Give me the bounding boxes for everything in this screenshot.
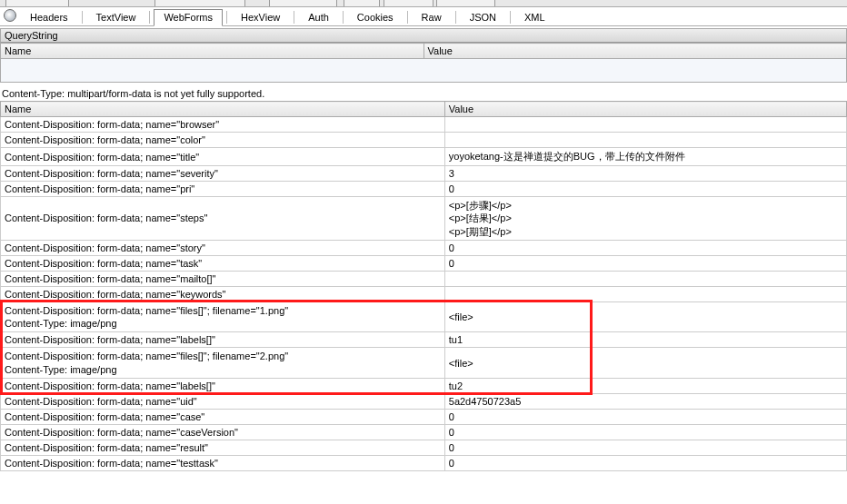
table-row[interactable]: Content-Disposition: form-data; name="fi… xyxy=(1,301,847,332)
cell-value[interactable]: 3 xyxy=(444,166,846,182)
table-row[interactable]: Content-Disposition: form-data; name="te… xyxy=(1,456,847,471)
table-row[interactable]: Content-Disposition: form-data; name="fi… xyxy=(1,348,847,379)
querystring-body[interactable] xyxy=(0,59,847,83)
table-row[interactable]: Content-Disposition: form-data; name="ta… xyxy=(1,255,847,271)
cell-name[interactable]: Content-Disposition: form-data; name="ma… xyxy=(1,271,445,286)
cell-value[interactable] xyxy=(444,271,846,286)
cell-name[interactable]: Content-Disposition: form-data; name="ta… xyxy=(1,255,445,271)
cell-value[interactable]: 0 xyxy=(444,182,846,197)
tab-webforms[interactable]: WebForms xyxy=(154,9,223,26)
table-row[interactable]: Content-Disposition: form-data; name="ti… xyxy=(1,148,847,166)
querystring-title: QueryString xyxy=(0,28,847,43)
cell-value[interactable]: tu1 xyxy=(444,332,846,348)
inspector-tabs: HeadersTextViewWebFormsHexViewAuthCookie… xyxy=(0,7,847,26)
table-row[interactable]: Content-Disposition: form-data; name="co… xyxy=(1,133,847,148)
table-row[interactable]: Content-Disposition: form-data; name="ca… xyxy=(1,410,847,425)
cell-value[interactable] xyxy=(444,117,846,133)
tab-hexview[interactable]: HexView xyxy=(231,9,290,25)
formdata-header-value[interactable]: Value xyxy=(444,102,846,117)
tab-json[interactable]: JSON xyxy=(460,9,506,25)
cell-name[interactable]: Content-Disposition: form-data; name="se… xyxy=(1,166,445,182)
cell-name[interactable]: Content-Disposition: form-data; name="co… xyxy=(1,133,445,148)
formdata-table: Name Value Content-Disposition: form-dat… xyxy=(0,101,847,471)
cell-value[interactable]: <p>[步骤]</p> <p>[结果]</p> <p>[期望]</p> xyxy=(444,197,846,241)
cell-value[interactable]: tu2 xyxy=(444,379,846,394)
cell-name[interactable]: Content-Disposition: form-data; name="pr… xyxy=(1,182,445,197)
cell-name[interactable]: Content-Disposition: form-data; name="la… xyxy=(1,332,445,348)
table-row[interactable]: Content-Disposition: form-data; name="ca… xyxy=(1,425,847,440)
cell-value[interactable]: <file> xyxy=(444,301,846,332)
toolbar-button[interactable] xyxy=(5,0,69,6)
cell-value[interactable]: <file> xyxy=(444,348,846,379)
cell-value[interactable]: 5a2d4750723a5 xyxy=(444,394,846,410)
toolbar-button[interactable] xyxy=(436,0,495,6)
toolbar-button[interactable] xyxy=(384,0,433,6)
tab-auth[interactable]: Auth xyxy=(298,9,339,25)
tab-raw[interactable]: Raw xyxy=(412,9,452,25)
cell-name[interactable]: Content-Disposition: form-data; name="ke… xyxy=(1,286,445,301)
cell-name[interactable]: Content-Disposition: form-data; name="st… xyxy=(1,240,445,255)
querystring-header-value[interactable]: Value xyxy=(424,44,847,59)
cell-value[interactable]: 0 xyxy=(444,425,846,440)
formdata-header-row: Name Value xyxy=(1,102,847,117)
cell-value[interactable]: 0 xyxy=(444,456,846,471)
cell-name[interactable]: Content-Disposition: form-data; name="ca… xyxy=(1,425,445,440)
querystring-header-name[interactable]: Name xyxy=(1,44,424,59)
cell-name[interactable]: Content-Disposition: form-data; name="ui… xyxy=(1,394,445,410)
toolbar-button[interactable] xyxy=(269,0,337,6)
cell-name[interactable]: Content-Disposition: form-data; name="ca… xyxy=(1,410,445,425)
querystring-header-row: Name Value xyxy=(1,44,847,59)
cell-value[interactable]: 0 xyxy=(444,240,846,255)
table-row[interactable]: Content-Disposition: form-data; name="st… xyxy=(1,197,847,241)
inspector-icon xyxy=(4,9,16,22)
table-row[interactable]: Content-Disposition: form-data; name="br… xyxy=(1,117,847,133)
formdata-wrap: Name Value Content-Disposition: form-dat… xyxy=(0,101,847,471)
cell-name[interactable]: Content-Disposition: form-data; name="te… xyxy=(1,456,445,471)
cell-name[interactable]: Content-Disposition: form-data; name="fi… xyxy=(1,301,445,332)
table-row[interactable]: Content-Disposition: form-data; name="re… xyxy=(1,440,847,456)
cell-value[interactable]: 0 xyxy=(444,255,846,271)
table-row[interactable]: Content-Disposition: form-data; name="se… xyxy=(1,166,847,182)
cell-value[interactable] xyxy=(444,286,846,301)
cell-value[interactable]: 0 xyxy=(444,410,846,425)
cell-name[interactable]: Content-Disposition: form-data; name="ti… xyxy=(1,148,445,166)
tab-cookies[interactable]: Cookies xyxy=(347,9,404,25)
toolbar-button[interactable] xyxy=(154,0,245,6)
table-row[interactable]: Content-Disposition: form-data; name="pr… xyxy=(1,182,847,197)
cell-value[interactable]: 0 xyxy=(444,440,846,456)
toolbar-partial xyxy=(0,0,847,7)
cell-value[interactable]: yoyoketang-这是禅道提交的BUG，带上传的文件附件 xyxy=(444,148,846,166)
toolbar-button[interactable] xyxy=(344,0,380,6)
cell-name[interactable]: Content-Disposition: form-data; name="fi… xyxy=(1,348,445,379)
cell-name[interactable]: Content-Disposition: form-data; name="st… xyxy=(1,197,445,241)
table-row[interactable]: Content-Disposition: form-data; name="ke… xyxy=(1,286,847,301)
table-row[interactable]: Content-Disposition: form-data; name="ui… xyxy=(1,394,847,410)
table-row[interactable]: Content-Disposition: form-data; name="la… xyxy=(1,379,847,394)
cell-name[interactable]: Content-Disposition: form-data; name="la… xyxy=(1,379,445,394)
querystring-table: Name Value xyxy=(0,43,847,59)
tab-textview[interactable]: TextView xyxy=(86,9,146,25)
content-type-warning: Content-Type: multipart/form-data is not… xyxy=(0,86,847,101)
formdata-header-name[interactable]: Name xyxy=(1,102,445,117)
tab-xml[interactable]: XML xyxy=(514,9,555,25)
tab-headers[interactable]: Headers xyxy=(20,9,78,25)
table-row[interactable]: Content-Disposition: form-data; name="st… xyxy=(1,240,847,255)
cell-name[interactable]: Content-Disposition: form-data; name="re… xyxy=(1,440,445,456)
table-row[interactable]: Content-Disposition: form-data; name="ma… xyxy=(1,271,847,286)
table-row[interactable]: Content-Disposition: form-data; name="la… xyxy=(1,332,847,348)
cell-name[interactable]: Content-Disposition: form-data; name="br… xyxy=(1,117,445,133)
cell-value[interactable] xyxy=(444,133,846,148)
